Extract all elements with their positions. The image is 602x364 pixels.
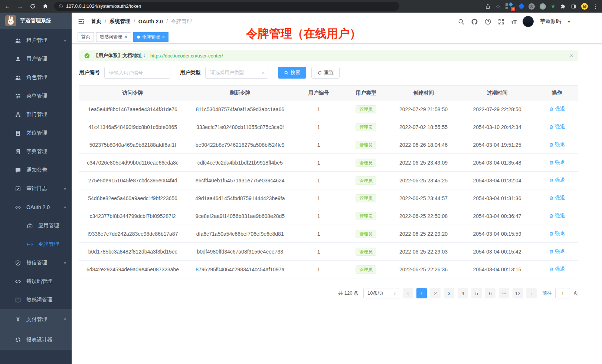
force-logout-button[interactable]: 强退 bbox=[549, 123, 565, 130]
force-logout-button[interactable]: 强退 bbox=[549, 159, 565, 166]
next-page-button[interactable]: › bbox=[526, 288, 537, 298]
force-logout-button[interactable]: 强退 bbox=[549, 212, 565, 219]
reset-button[interactable]: 重置 bbox=[311, 67, 340, 79]
sidebar-item-robot[interactable]: OAuth 2.0 ∧ bbox=[0, 198, 72, 216]
sidebar-item-tenants[interactable]: 租户管理 ∨ bbox=[0, 31, 72, 50]
sidebar-item-dictionary[interactable]: 字典管理 bbox=[0, 142, 72, 161]
star-extension-icon[interactable]: ★ bbox=[551, 3, 556, 10]
force-logout-button[interactable]: 强退 bbox=[549, 177, 565, 183]
trash-icon bbox=[549, 178, 554, 183]
force-logout-button[interactable]: 强退 bbox=[549, 141, 565, 148]
bookmark-star-icon[interactable]: ☆ bbox=[495, 4, 500, 9]
user-type-select[interactable]: 请选择用户类型 ∨ bbox=[205, 67, 268, 79]
home-icon[interactable] bbox=[42, 3, 49, 9]
audit-log-icon bbox=[15, 186, 21, 192]
page-button-5[interactable]: 5 bbox=[471, 288, 482, 298]
briefcase-icon bbox=[27, 223, 33, 229]
tab-sensitive-words[interactable]: 敏感词管理 × bbox=[96, 32, 131, 42]
broadcast-icon bbox=[27, 241, 33, 248]
created-time-cell: 2022-06-25 23:45:25 bbox=[389, 178, 458, 183]
extension-cluster-icon[interactable]: 9 bbox=[506, 3, 514, 10]
page-button-2[interactable]: 2 bbox=[430, 288, 441, 298]
sidebar-item-shield-check[interactable]: 短信管理 ∨ bbox=[0, 254, 72, 272]
refresh-icon bbox=[317, 70, 322, 75]
page-button-3[interactable]: 3 bbox=[444, 288, 454, 298]
close-icon[interactable]: × bbox=[124, 34, 127, 39]
profile-avatar-icon[interactable] bbox=[581, 3, 588, 10]
id-badge-icon bbox=[15, 130, 21, 136]
browser-menu-icon[interactable]: ⋮ bbox=[593, 4, 598, 9]
page-size-select[interactable]: 10条/页 ∨ bbox=[363, 288, 399, 298]
sidebar-item-menu-tree[interactable]: 菜单管理 bbox=[0, 87, 72, 105]
sidebar-item-id-badge[interactable]: 岗位管理 bbox=[0, 124, 72, 142]
split-view-icon[interactable] bbox=[571, 4, 576, 9]
github-icon[interactable] bbox=[471, 18, 478, 25]
share-icon[interactable] bbox=[485, 4, 491, 9]
back-icon[interactable]: ← bbox=[4, 3, 11, 10]
reload-icon[interactable] bbox=[29, 3, 36, 9]
page-ellipsis-button[interactable]: ••• bbox=[499, 288, 509, 298]
success-check-icon bbox=[84, 53, 90, 59]
sidebar-item-org-chart[interactable]: 部门管理 bbox=[0, 105, 72, 124]
page-button-12[interactable]: 12 bbox=[513, 288, 523, 298]
expire-time-cell: 2054-03-04 00:15:59 bbox=[458, 231, 536, 237]
user-name[interactable]: 芋道源码 bbox=[540, 18, 561, 25]
help-icon[interactable] bbox=[484, 18, 491, 25]
command-extension-icon[interactable]: ⌘ bbox=[529, 3, 535, 10]
refresh-token-cell: 333ecfc71e02480cb11055c875c3ca0f bbox=[186, 124, 294, 130]
search-icon[interactable] bbox=[458, 18, 465, 25]
page-button-6[interactable]: 6 bbox=[485, 288, 495, 298]
force-logout-button[interactable]: 强退 bbox=[549, 106, 565, 112]
forward-icon[interactable]: → bbox=[16, 3, 24, 10]
trash-icon bbox=[549, 107, 554, 112]
sidebar-item-user[interactable]: 用户管理 bbox=[0, 50, 72, 68]
collapse-sidebar-icon[interactable] bbox=[78, 18, 85, 25]
font-size-icon[interactable]: тT bbox=[511, 19, 517, 25]
sidebar-item-broadcast[interactable]: 令牌管理 bbox=[0, 235, 72, 254]
close-icon[interactable]: × bbox=[162, 34, 165, 39]
search-button[interactable]: 搜索 bbox=[278, 67, 306, 79]
puzzle-extensions-icon[interactable] bbox=[560, 4, 566, 9]
tab-token-management[interactable]: 令牌管理 × bbox=[133, 32, 169, 42]
force-logout-button[interactable]: 强退 bbox=[549, 195, 565, 201]
access-token-cell: c347026e805e4d99b0d116eae66eda8c bbox=[79, 160, 186, 166]
shield-check-icon bbox=[15, 260, 21, 266]
tab-home[interactable]: 首页 bbox=[78, 32, 94, 42]
filter-form: 用户编号 用户类型 请选择用户类型 ∨ 搜索 重置 bbox=[79, 67, 578, 79]
breadcrumb-oauth[interactable]: OAuth 2.0 bbox=[138, 19, 163, 24]
sidebar-item-yen[interactable]: 支付管理 ∨ bbox=[0, 309, 72, 330]
goto-page-input[interactable] bbox=[555, 288, 570, 298]
gem-extension-icon[interactable] bbox=[518, 3, 524, 10]
force-logout-button[interactable]: 强退 bbox=[549, 248, 565, 255]
refresh-token-cell: b0df4980ffd34c67a08f9156e4eee733 bbox=[186, 249, 294, 255]
force-logout-button[interactable]: 强退 bbox=[549, 266, 565, 272]
sidebar-item-roles[interactable]: 角色管理 bbox=[0, 68, 72, 87]
sidebar-item-audit-log[interactable]: 审计日志 ∨ bbox=[0, 179, 72, 198]
url-bar[interactable]: 127.0.0.1:1024/system/oauth2/token bbox=[54, 2, 399, 11]
page-button-4[interactable]: 4 bbox=[458, 288, 468, 298]
prev-page-button[interactable]: ‹ bbox=[403, 288, 413, 298]
fullscreen-icon[interactable] bbox=[498, 18, 505, 25]
rabbit-logo-icon bbox=[5, 15, 16, 26]
sidebar-item-code[interactable]: 错误码管理 bbox=[0, 272, 72, 291]
force-logout-button[interactable]: 强退 bbox=[549, 230, 565, 237]
sidebar-item-briefcase[interactable]: 应用管理 bbox=[0, 216, 72, 235]
user-type-badge: 管理员 bbox=[356, 212, 376, 220]
trash-icon bbox=[549, 196, 554, 201]
record-extension-icon[interactable] bbox=[540, 3, 546, 10]
sidebar-item-pie-donut[interactable]: 报表设计器 bbox=[0, 330, 72, 350]
doc-link[interactable]: https://doc.iocoder.cn/user-center/ bbox=[150, 53, 223, 59]
user-id-cell: 1 bbox=[294, 195, 344, 201]
breadcrumb-system[interactable]: 系统管理 bbox=[109, 18, 130, 25]
user-type-badge: 管理员 bbox=[356, 105, 376, 113]
extension-badge: 9 bbox=[511, 7, 515, 11]
chevron-down-icon[interactable]: ▼ bbox=[567, 20, 571, 24]
sidebar-item-open-book[interactable]: 敏感词管理 bbox=[0, 291, 72, 309]
app-logo[interactable]: 芋道管理系统 bbox=[0, 13, 72, 29]
user-avatar[interactable] bbox=[523, 16, 534, 27]
breadcrumb-home[interactable]: 首页 bbox=[91, 18, 101, 25]
user-id-input[interactable] bbox=[104, 67, 170, 79]
page-button-1[interactable]: 1 bbox=[416, 288, 427, 298]
sidebar-item-announcement[interactable]: 通知公告 bbox=[0, 161, 72, 179]
notice-close-icon[interactable]: × bbox=[570, 53, 573, 59]
